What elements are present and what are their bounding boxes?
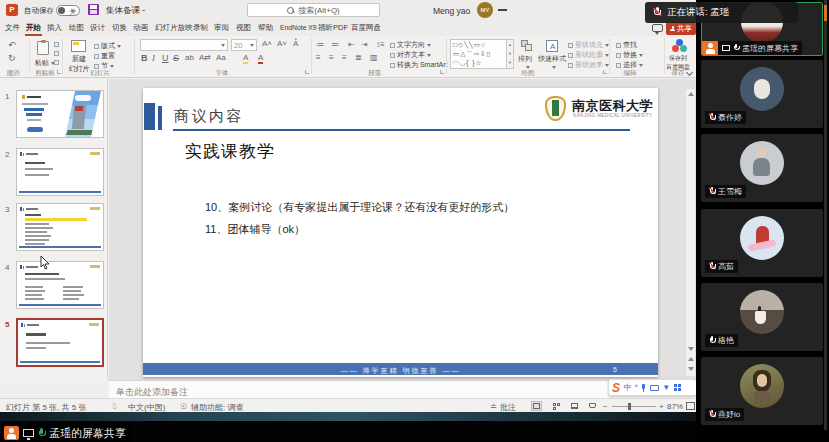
grow-font-icon[interactable]: A˄ xyxy=(262,39,272,48)
slide-thumbnail-4[interactable] xyxy=(16,261,104,309)
tab-transitions[interactable]: 切换 xyxy=(112,23,127,33)
user-avatar[interactable]: MY xyxy=(477,2,493,18)
minimize-button[interactable] xyxy=(498,9,507,11)
quick-styles-label[interactable]: 快速样式 xyxy=(538,54,566,64)
voice-input-icon[interactable] xyxy=(641,384,646,392)
slide-sorter-view-button[interactable] xyxy=(551,401,562,411)
tab-help[interactable]: 帮助 xyxy=(258,23,273,33)
search-input[interactable]: 搜索(Alt+Q) xyxy=(247,3,380,17)
italic-button[interactable]: I xyxy=(152,53,155,63)
text-direction-button[interactable]: 文字方向 xyxy=(390,40,431,50)
skin-icon[interactable]: ▼ xyxy=(662,383,670,392)
justify-icon[interactable]: ≣ xyxy=(355,53,362,62)
tab-record[interactable]: 录制 xyxy=(193,23,208,33)
indent-icon[interactable]: ⇥ xyxy=(361,40,368,49)
keyboard-icon[interactable] xyxy=(650,385,659,391)
align-text-button[interactable]: 对齐文本 xyxy=(390,50,431,60)
align-center-icon[interactable]: ≡ xyxy=(329,53,334,62)
powerpoint-app-icon[interactable]: P xyxy=(6,4,18,16)
tab-animations[interactable]: 动画 xyxy=(133,23,148,33)
prev-slide-icon[interactable] xyxy=(688,357,694,361)
underline-button[interactable]: U xyxy=(162,53,169,63)
tab-view[interactable]: 视图 xyxy=(236,23,251,33)
paste-label[interactable]: 粘贴 xyxy=(35,58,55,68)
share-button[interactable]: 共享 xyxy=(666,22,696,35)
shape-outline-button[interactable]: 形状轮廓 xyxy=(568,50,609,60)
font-name-combo[interactable] xyxy=(140,39,228,51)
zoom-out-button[interactable]: − xyxy=(603,402,608,411)
scroll-up-icon[interactable] xyxy=(688,92,694,96)
clipboard-dialog-launcher[interactable] xyxy=(57,70,61,74)
layout-button[interactable]: 版式 xyxy=(94,41,121,51)
reading-view-button[interactable] xyxy=(569,401,580,411)
sogou-logo-icon[interactable]: S xyxy=(612,381,620,395)
paragraph-dialog-launcher[interactable] xyxy=(440,70,444,74)
toolbox-icon[interactable] xyxy=(674,384,681,391)
arrange-label[interactable]: 排列 xyxy=(518,54,532,64)
replace-button[interactable]: 替换 xyxy=(616,50,643,60)
bold-button[interactable]: B xyxy=(141,53,148,63)
baidu-netdisk-icon[interactable] xyxy=(672,39,688,53)
numbering-icon[interactable]: ≕ xyxy=(331,40,339,49)
participant-tile[interactable]: 燕妤lo xyxy=(701,357,823,425)
sogou-input-toolbar[interactable]: S 中 ˟ ▼ xyxy=(608,379,697,396)
quick-styles-icon[interactable] xyxy=(546,40,558,52)
save-icon[interactable] xyxy=(88,4,99,15)
slide-scrollbar[interactable] xyxy=(685,88,696,377)
format-painter-icon[interactable] xyxy=(54,60,59,65)
reset-button[interactable]: 重置 xyxy=(94,51,115,61)
clear-format-icon[interactable]: A̽ xyxy=(293,39,298,48)
tab-insert[interactable]: 插入 xyxy=(47,23,62,33)
tab-file[interactable]: 文件 xyxy=(5,23,20,33)
outdent-icon[interactable]: ⇤ xyxy=(348,40,355,49)
shapes-gallery[interactable]: □◇╲╲▭○▭△⌒⇨⇩▯◠◡{ }☆ xyxy=(450,39,507,69)
line-spacing-icon[interactable]: ↕≡ xyxy=(376,40,385,49)
slideshow-view-button[interactable] xyxy=(587,401,598,411)
columns-icon[interactable]: ▥ xyxy=(370,53,378,62)
normal-view-button[interactable] xyxy=(531,401,542,411)
zoom-slider-track[interactable] xyxy=(612,406,656,407)
symbol-icon[interactable]: ˟ xyxy=(635,383,638,392)
tab-foxit-pdf[interactable]: 福昕PDF xyxy=(318,23,348,33)
align-left-icon[interactable]: ≡ xyxy=(316,53,321,62)
highlight-icon[interactable]: A xyxy=(243,53,248,64)
tab-baidu-netdisk[interactable]: 百度网盘 xyxy=(351,23,381,33)
slide-thumbnail-1[interactable] xyxy=(16,90,104,138)
zoom-in-button[interactable]: + xyxy=(659,402,664,411)
fit-to-window-button[interactable] xyxy=(686,402,695,410)
arrange-icon[interactable] xyxy=(521,40,533,52)
participant-tile[interactable]: 格艳 xyxy=(701,283,823,351)
font-color-icon[interactable]: A xyxy=(258,53,263,64)
font-size-combo[interactable]: 20 xyxy=(231,39,257,51)
tab-home[interactable]: 开始 xyxy=(26,23,41,33)
tab-endnote[interactable]: EndNote X9 xyxy=(280,24,317,31)
font-dialog-launcher[interactable] xyxy=(305,70,309,74)
next-slide-icon[interactable] xyxy=(688,367,694,371)
participant-tile[interactable]: 聂作婷 xyxy=(701,60,823,128)
undo-icon[interactable]: ↶ xyxy=(8,40,16,50)
tab-design[interactable]: 设计 xyxy=(90,23,105,33)
comments-toggle-icon[interactable]: ≐ xyxy=(490,402,497,411)
slide-thumbnail-3[interactable] xyxy=(16,203,104,251)
change-case-icon[interactable]: Aa xyxy=(216,53,226,62)
copy-icon[interactable] xyxy=(54,51,59,56)
autosave-toggle[interactable]: 关 xyxy=(56,5,80,16)
slide-thumbnail-5[interactable] xyxy=(16,318,104,367)
tab-review[interactable]: 审阅 xyxy=(214,23,229,33)
tab-draw[interactable]: 绘图 xyxy=(69,23,84,33)
slide-thumbnail-2[interactable] xyxy=(16,148,104,196)
screen-share-badge[interactable]: 孟瑶的屏幕共享 xyxy=(2,424,132,442)
chinese-mode-icon[interactable]: 中 xyxy=(624,382,632,393)
participant-tile[interactable]: 高茹 xyxy=(701,209,823,277)
bullets-icon[interactable]: ≔ xyxy=(316,40,324,49)
align-right-icon[interactable]: ≡ xyxy=(342,53,347,62)
zoom-slider-thumb[interactable] xyxy=(628,403,631,410)
proof-icon[interactable]: ⌷ xyxy=(112,402,117,412)
current-slide[interactable]: 商议内容 南京医科大学 NANJING MEDICAL UNIVERSITY 实… xyxy=(143,88,658,377)
shape-fill-button[interactable]: 形状填充 xyxy=(568,40,609,50)
tab-slideshow[interactable]: 幻灯片放映 xyxy=(155,23,193,33)
user-name[interactable]: Meng yao xyxy=(433,6,470,16)
comments-icon[interactable] xyxy=(652,24,663,32)
participant-tile[interactable]: 王雪梅 xyxy=(701,134,823,202)
find-button[interactable]: 查找 xyxy=(616,40,637,50)
